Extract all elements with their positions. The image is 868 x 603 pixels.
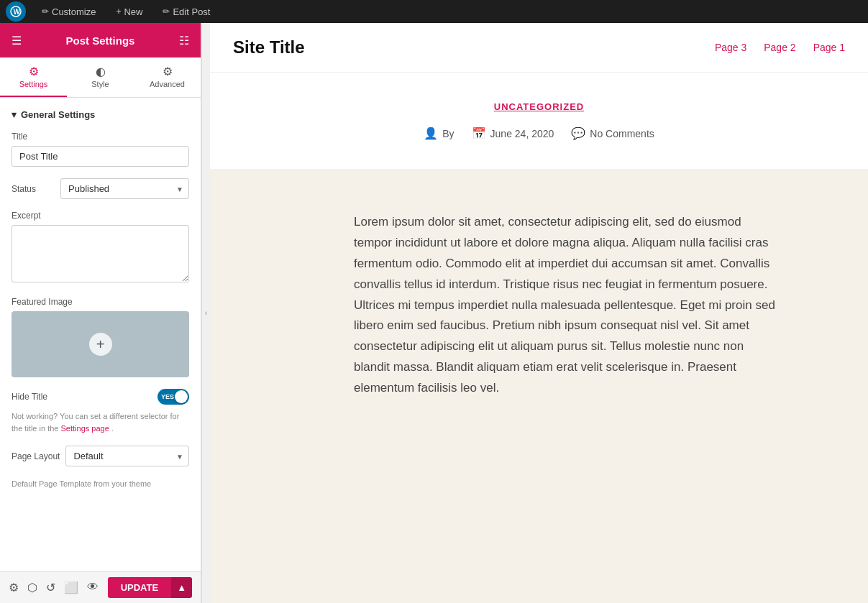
preview-area: Site Title Page 3 Page 2 Page 1 UNCATEGO… [210, 23, 868, 603]
edit-post-icon: ✏ [163, 6, 170, 17]
update-dropdown-arrow[interactable]: ▲ [171, 577, 192, 598]
site-header: Site Title Page 3 Page 2 Page 1 [210, 23, 868, 73]
title-field-group: Title [12, 132, 189, 167]
hide-title-label: Hide Title [12, 392, 47, 402]
history-bottom-icon[interactable]: ↺ [46, 581, 55, 594]
toggle-yes-label: YES [161, 393, 174, 400]
top-bar: W ✏ Customize + New ✏ Edit Post [0, 0, 868, 23]
preview-bottom-icon[interactable]: 👁 [87, 581, 99, 594]
page-layout-select[interactable]: Default Full Width Boxed [65, 446, 189, 466]
featured-image-label: Featured Image [12, 297, 189, 307]
nav-page1[interactable]: Page 1 [813, 42, 845, 53]
advanced-tab-icon: ⚙ [163, 65, 173, 78]
site-nav: Page 3 Page 2 Page 1 [715, 42, 845, 53]
post-author: 👤 By [424, 126, 454, 140]
main-layout: ☰ Post Settings ☷ ⚙ Settings ◐ Style ⚙ A… [0, 23, 868, 603]
add-image-icon: + [89, 333, 112, 356]
settings-tab-icon: ⚙ [29, 65, 39, 78]
post-category: UNCATEGORIZED [253, 101, 825, 112]
title-label: Title [12, 132, 189, 142]
style-tab-icon: ◐ [96, 65, 106, 78]
post-date: 📅 June 24, 2020 [472, 126, 554, 140]
post-comments: 💬 No Comments [571, 126, 654, 140]
tab-style[interactable]: ◐ Style [67, 57, 134, 97]
customize-icon: ✏ [42, 6, 49, 17]
page-layout-help-text: Default Page Template from your theme [12, 478, 189, 490]
author-icon: 👤 [424, 126, 438, 140]
new-icon: + [116, 6, 121, 17]
update-button[interactable]: UPDATE [108, 577, 171, 598]
svg-text:W: W [14, 8, 21, 16]
status-field-row: Status Published Draft Pending Review ▼ [12, 178, 189, 199]
status-select[interactable]: Published Draft Pending Review [60, 178, 189, 199]
featured-image-group: Featured Image + [12, 297, 189, 377]
page-layout-label: Page Layout [12, 451, 60, 461]
post-header: UNCATEGORIZED 👤 By 📅 June 24, 2020 💬 No … [210, 73, 868, 169]
tab-advanced[interactable]: ⚙ Advanced [134, 57, 201, 97]
status-select-wrapper: Published Draft Pending Review ▼ [60, 178, 189, 199]
sidebar-bottom: ⚙ ⬡ ↺ ⬜ 👁 UPDATE ▲ [0, 571, 201, 603]
sidebar-tabs: ⚙ Settings ◐ Style ⚙ Advanced [0, 57, 201, 98]
update-btn-group: UPDATE ▲ [108, 577, 192, 598]
nav-page3[interactable]: Page 3 [715, 42, 746, 53]
page-layout-field-row: Page Layout Default Full Width Boxed ▼ [12, 446, 189, 466]
hide-title-row: Hide Title YES [12, 389, 189, 405]
bottom-icons: ⚙ ⬡ ↺ ⬜ 👁 [9, 581, 99, 594]
edit-post-button[interactable]: ✏ Edit Post [158, 5, 214, 19]
status-label: Status [12, 184, 55, 194]
general-settings-header[interactable]: ▾ General Settings [12, 109, 189, 120]
sidebar-menu-icon[interactable]: ☰ [12, 34, 22, 47]
toggle-knob [175, 390, 188, 403]
settings-bottom-icon[interactable]: ⚙ [9, 581, 19, 594]
content-section: Lorem ipsum dolor sit amet, consectetur … [210, 169, 868, 603]
sidebar-header: ☰ Post Settings ☷ [0, 23, 201, 57]
sidebar-collapse-handle[interactable]: ‹ [201, 23, 210, 603]
sidebar-title: Post Settings [66, 34, 135, 47]
tab-settings[interactable]: ⚙ Settings [0, 57, 67, 97]
featured-image-box[interactable]: + [12, 311, 189, 377]
section-arrow-icon: ▾ [12, 109, 17, 120]
sidebar-content: ▾ General Settings Title Status Publishe… [0, 98, 201, 571]
wp-logo[interactable]: W [6, 1, 26, 22]
settings-page-link[interactable]: Settings page [61, 424, 109, 433]
post-meta: 👤 By 📅 June 24, 2020 💬 No Comments [253, 126, 825, 140]
page-layout-select-wrapper: Default Full Width Boxed ▼ [65, 446, 189, 466]
title-input[interactable] [12, 146, 189, 167]
content-body: Lorem ipsum dolor sit amet, consectetur … [354, 212, 782, 399]
date-icon: 📅 [472, 126, 486, 140]
excerpt-field-group: Excerpt [12, 211, 189, 285]
new-button[interactable]: + New [111, 5, 147, 19]
nav-page2[interactable]: Page 2 [764, 42, 795, 53]
customize-button[interactable]: ✏ Customize [37, 5, 100, 19]
hide-title-toggle[interactable]: YES [157, 389, 189, 405]
hide-title-help-text: Not working? You can set a different sel… [12, 410, 189, 434]
excerpt-label: Excerpt [12, 211, 189, 221]
responsive-bottom-icon[interactable]: ⬜ [64, 581, 78, 594]
excerpt-textarea[interactable] [12, 225, 189, 282]
sidebar-grid-icon[interactable]: ☷ [179, 34, 189, 47]
site-title: Site Title [233, 37, 305, 57]
sidebar: ☰ Post Settings ☷ ⚙ Settings ◐ Style ⚙ A… [0, 23, 201, 603]
layers-bottom-icon[interactable]: ⬡ [27, 581, 37, 594]
comments-icon: 💬 [571, 126, 585, 140]
